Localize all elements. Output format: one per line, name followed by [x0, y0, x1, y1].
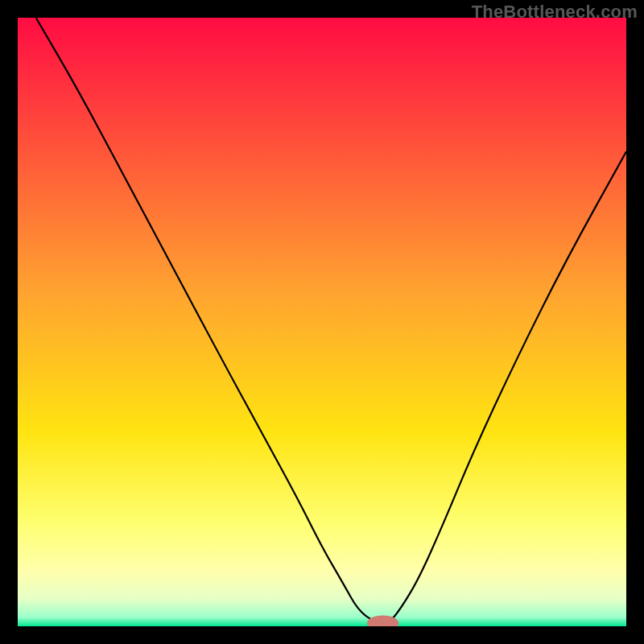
plot-frame — [18, 18, 626, 626]
watermark-text: TheBottleneck.com — [472, 2, 638, 23]
chart-svg — [18, 18, 626, 626]
plot-area — [18, 18, 626, 626]
chart-stage: TheBottleneck.com — [0, 0, 644, 644]
